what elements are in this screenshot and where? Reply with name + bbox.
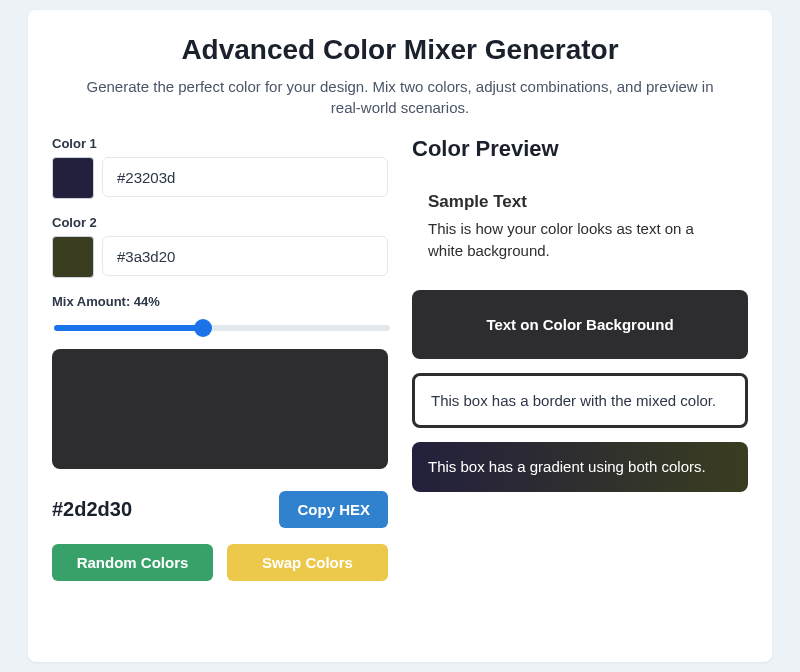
mix-amount-label: Mix Amount: 44% bbox=[52, 294, 388, 309]
color1-swatch[interactable] bbox=[52, 157, 94, 199]
color1-label: Color 1 bbox=[52, 136, 388, 151]
gradient-text: This box has a gradient using both color… bbox=[428, 458, 706, 475]
preview-text-on-color: Text on Color Background bbox=[412, 290, 748, 359]
sample-body: This is how your color looks as text on … bbox=[428, 218, 732, 262]
preview-heading: Color Preview bbox=[412, 136, 748, 162]
border-text: This box has a border with the mixed col… bbox=[431, 392, 716, 409]
page-title: Advanced Color Mixer Generator bbox=[52, 34, 748, 66]
color2-swatch[interactable] bbox=[52, 236, 94, 278]
mix-amount-slider[interactable] bbox=[54, 325, 390, 331]
result-hex: #2d2d30 bbox=[52, 498, 132, 521]
controls-pane: Color 1 Color 2 Mix Amount: 44% #2d2d30 … bbox=[52, 136, 388, 581]
preview-border-box: This box has a border with the mixed col… bbox=[412, 373, 748, 429]
preview-pane: Color Preview Sample Text This is how yo… bbox=[412, 136, 748, 581]
swap-colors-button[interactable]: Swap Colors bbox=[227, 544, 388, 581]
sample-title: Sample Text bbox=[428, 192, 732, 212]
copy-hex-button[interactable]: Copy HEX bbox=[279, 491, 388, 528]
color1-hex-input[interactable] bbox=[102, 157, 388, 197]
random-colors-button[interactable]: Random Colors bbox=[52, 544, 213, 581]
preview-text-on-white: Sample Text This is how your color looks… bbox=[412, 178, 748, 276]
on-color-text: Text on Color Background bbox=[486, 316, 673, 333]
page-subtitle: Generate the perfect color for your desi… bbox=[80, 76, 720, 118]
result-swatch bbox=[52, 349, 388, 469]
color2-hex-input[interactable] bbox=[102, 236, 388, 276]
preview-gradient-box: This box has a gradient using both color… bbox=[412, 442, 748, 492]
color2-label: Color 2 bbox=[52, 215, 388, 230]
